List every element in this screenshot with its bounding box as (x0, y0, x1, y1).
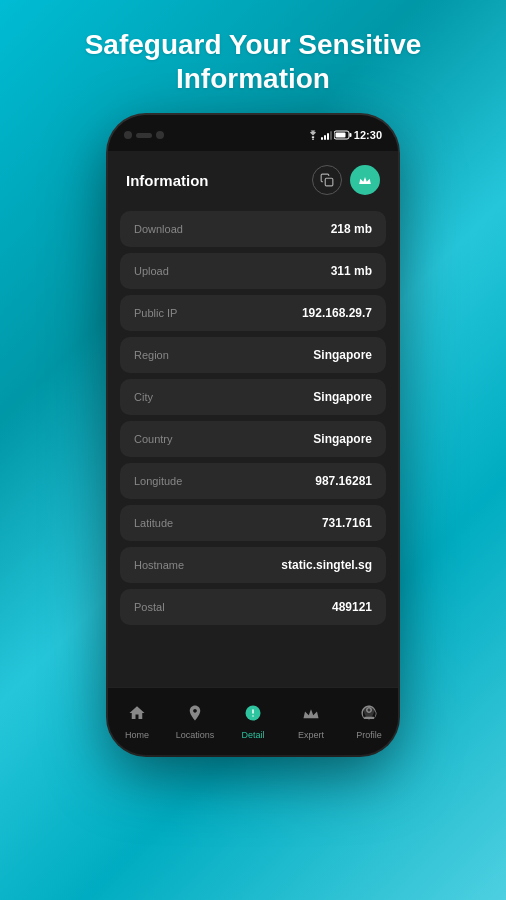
header-actions (312, 165, 380, 195)
app-header: Information (108, 151, 398, 205)
info-row-upload: Upload 311 mb (120, 253, 386, 289)
info-row-longitude: Longitude 987.16281 (120, 463, 386, 499)
row-label: Longitude (134, 475, 182, 487)
info-rows-container: Download 218 mb Upload 311 mb Public IP … (108, 205, 398, 687)
home-nav-icon (128, 704, 146, 727)
nav-item-profile[interactable]: Profile (345, 704, 393, 740)
info-row-latitude: Latitude 731.7161 (120, 505, 386, 541)
detail-nav-label: Detail (241, 730, 264, 740)
row-label: Region (134, 349, 169, 361)
crown-button[interactable] (350, 165, 380, 195)
signal-bars-icon (321, 130, 332, 140)
row-value: 489121 (332, 600, 372, 614)
crown-icon (358, 173, 372, 187)
headline-line1: Safeguard Your Sensitive (85, 29, 422, 60)
notch-left (124, 131, 164, 139)
camera-dot2 (156, 131, 164, 139)
row-value: 218 mb (331, 222, 372, 236)
row-label: Download (134, 223, 183, 235)
expert-nav-icon (302, 704, 320, 727)
phone-screen: Information Download 218 mb (108, 151, 398, 755)
locations-nav-label: Locations (176, 730, 215, 740)
battery-icon (334, 130, 352, 140)
wifi-icon (307, 130, 319, 140)
profile-nav-label: Profile (356, 730, 382, 740)
detail-nav-icon (244, 704, 262, 727)
profile-nav-icon (360, 704, 378, 727)
headline-line2: Information (176, 63, 330, 94)
row-label: City (134, 391, 153, 403)
speaker (136, 133, 152, 138)
row-value: 311 mb (331, 264, 372, 278)
headline: Safeguard Your Sensitive Information (45, 0, 462, 115)
copy-icon (320, 173, 334, 187)
row-value: static.singtel.sg (281, 558, 372, 572)
svg-rect-2 (349, 133, 351, 137)
svg-rect-3 (335, 133, 345, 138)
row-value: 987.16281 (315, 474, 372, 488)
row-label: Country (134, 433, 173, 445)
row-value: 731.7161 (322, 516, 372, 530)
row-label: Public IP (134, 307, 177, 319)
info-row-hostname: Hostname static.singtel.sg (120, 547, 386, 583)
app-title: Information (126, 172, 209, 189)
info-row-postal: Postal 489121 (120, 589, 386, 625)
notch-right: 12:30 (307, 129, 382, 141)
copy-button[interactable] (312, 165, 342, 195)
home-nav-label: Home (125, 730, 149, 740)
row-value: 192.168.29.7 (302, 306, 372, 320)
info-row-download: Download 218 mb (120, 211, 386, 247)
info-row-public-ip: Public IP 192.168.29.7 (120, 295, 386, 331)
row-value: Singapore (313, 390, 372, 404)
expert-nav-label: Expert (298, 730, 324, 740)
phone-frame: 12:30 Information (108, 115, 398, 755)
info-row-city: City Singapore (120, 379, 386, 415)
row-value: Singapore (313, 432, 372, 446)
row-label: Upload (134, 265, 169, 277)
info-row-country: Country Singapore (120, 421, 386, 457)
info-row-region: Region Singapore (120, 337, 386, 373)
row-label: Latitude (134, 517, 173, 529)
svg-rect-4 (325, 178, 333, 186)
locations-nav-icon (186, 704, 204, 727)
nav-item-home[interactable]: Home (113, 704, 161, 740)
camera-dot (124, 131, 132, 139)
row-label: Postal (134, 601, 165, 613)
time-display: 12:30 (354, 129, 382, 141)
svg-point-0 (312, 139, 314, 141)
row-label: Hostname (134, 559, 184, 571)
bottom-nav: Home Locations Detail Expert Profile (108, 687, 398, 755)
nav-item-locations[interactable]: Locations (171, 704, 219, 740)
nav-item-detail[interactable]: Detail (229, 704, 277, 740)
row-value: Singapore (313, 348, 372, 362)
nav-item-expert[interactable]: Expert (287, 704, 335, 740)
status-icons: 12:30 (307, 129, 382, 141)
status-bar: 12:30 (108, 115, 398, 151)
